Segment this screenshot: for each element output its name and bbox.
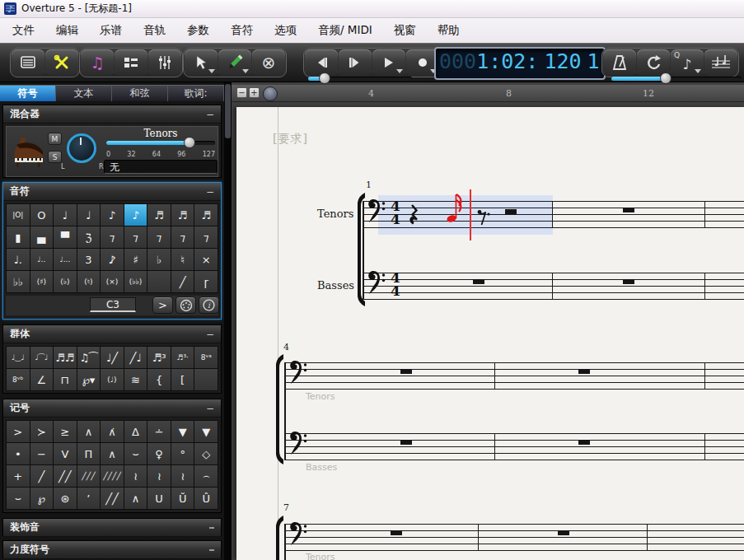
panel-scrollbar[interactable] (224, 82, 232, 560)
note-quarter[interactable]: ♩ (77, 204, 101, 226)
collapse-icon[interactable]: − (206, 403, 214, 414)
mixer-section-header[interactable]: 混合器 − (3, 105, 221, 124)
select-tool-button[interactable] (185, 49, 218, 76)
tab-lyrics[interactable]: 歌词: (168, 85, 224, 101)
dot-triple[interactable]: ♩... (54, 249, 77, 270)
note-one-twenty-eighth[interactable]: ♬ (194, 204, 218, 226)
tenuto-staccato[interactable]: ∸ (147, 421, 171, 442)
rest-whole[interactable]: ▄ (30, 226, 54, 248)
score-annotation[interactable]: [要求] (273, 132, 308, 147)
fermata-below[interactable]: ⌣ (7, 488, 30, 509)
notation-options-button[interactable] (704, 49, 737, 76)
tremolo-two[interactable]: ╱╱ (54, 465, 77, 487)
quantize-caret[interactable] (695, 69, 701, 73)
staff-basses[interactable] (284, 433, 744, 460)
tuplet-three[interactable]: 3 (77, 249, 101, 270)
ottava-alta[interactable]: 8ᵛᵃ (194, 347, 218, 368)
menu-item-1[interactable]: 编辑 (45, 20, 89, 41)
info-button[interactable]: i (199, 296, 219, 314)
dot-double[interactable]: ♩.. (30, 249, 54, 270)
menu-item-0[interactable]: 文件 (2, 20, 45, 41)
accent-staccato[interactable]: ≻ (30, 421, 54, 442)
tab-chords[interactable]: 和弦 (112, 85, 168, 101)
menu-item-3[interactable]: 音轨 (133, 20, 176, 41)
quantize-button[interactable]: Q ♪ (671, 49, 704, 76)
menu-item-8[interactable]: 视窗 (383, 20, 427, 41)
dot-single[interactable]: ♩. (7, 249, 30, 270)
ottava-bassa[interactable]: 8ᵛᵇ (7, 369, 30, 390)
notation-view-button[interactable]: ♫ (81, 49, 114, 76)
breath-mark[interactable]: ’ (77, 488, 101, 509)
fermata[interactable]: ⌢ (194, 465, 218, 487)
caesura[interactable]: ╱╱ (101, 488, 124, 509)
tab-symbols[interactable]: 符号 (0, 85, 56, 101)
rest-one-twenty-eighth[interactable]: ⁊ (194, 226, 218, 248)
paren-flat[interactable]: (♭) (54, 271, 77, 292)
accent-tenuto[interactable]: ≥ (54, 421, 77, 442)
volume-slider-thumb[interactable] (184, 137, 195, 148)
paren-natural[interactable]: (♮) (77, 271, 101, 292)
track-list-button[interactable] (12, 49, 44, 76)
note-half[interactable]: ♩ (54, 204, 77, 226)
tab-text[interactable]: 文本 (56, 85, 112, 101)
beam-sixteenths[interactable]: ♬♬ (54, 347, 77, 368)
entry-note-sixteenth[interactable] (446, 190, 464, 223)
menu-item-5[interactable]: 音符 (220, 20, 264, 41)
arpeggio-down[interactable]: ≀ (171, 465, 194, 487)
note-sixty-fourth[interactable]: ♬ (171, 204, 194, 226)
rest-sixty-fourth[interactable]: ⁊ (171, 226, 194, 248)
triplet[interactable]: ♬³ (147, 347, 171, 368)
slur[interactable]: ♩⁀♩ (30, 347, 54, 368)
dynamics-section-header[interactable]: 力度符号 (3, 541, 221, 559)
staff-label-basses[interactable]: Basses (317, 279, 354, 292)
setup-tools-button[interactable] (45, 49, 78, 76)
menu-item-2[interactable]: 乐谱 (89, 20, 133, 41)
panel-scrollbar-thumb[interactable] (225, 84, 231, 138)
wedge-accent[interactable]: ▼ (171, 421, 194, 442)
note-whole[interactable]: O (30, 204, 54, 226)
up-bow[interactable]: V (54, 443, 77, 464)
play-options-caret[interactable] (396, 69, 403, 73)
diamond[interactable]: ◇ (194, 443, 218, 464)
marks-section-header[interactable]: 记号 − (3, 399, 221, 418)
fermata-u-up[interactable]: Ŭ (171, 488, 194, 509)
tremolo-three[interactable]: ╱╱╱ (77, 465, 101, 487)
menu-item-6[interactable]: 选项 (264, 20, 307, 41)
line-descending[interactable]: ╱♩ (124, 347, 147, 368)
tremolo-beats[interactable]: ≋ (124, 369, 147, 390)
expand-icon[interactable] (209, 527, 214, 529)
tempo-slider-thumb[interactable] (660, 72, 671, 84)
rest-quarter[interactable]: ℨ (77, 226, 101, 248)
ornaments-section-header[interactable]: 装饰音 (3, 519, 221, 537)
pedal[interactable]: ℘ (30, 488, 54, 509)
step-forward-button[interactable] (339, 49, 372, 76)
grace-note[interactable]: ♪̷ (101, 249, 124, 270)
delete-tool-button[interactable]: ⊗ (252, 49, 285, 76)
tempo-slider[interactable] (611, 77, 742, 81)
grace-slash[interactable]: ɼ (194, 271, 218, 292)
bracket[interactable]: [ (171, 369, 194, 390)
staff-tenors[interactable] (284, 362, 744, 390)
beam-slur[interactable]: ♫⁀ (77, 347, 101, 368)
rest-half[interactable]: ▀ (54, 226, 77, 248)
arpeggio[interactable]: ≀ (124, 465, 147, 487)
collapse-icon[interactable]: − (206, 186, 214, 198)
pencil-tool-button[interactable] (218, 49, 251, 76)
double-flat[interactable]: ♭♭ (7, 271, 30, 292)
metronome-button[interactable] (603, 49, 636, 76)
staff-tenors[interactable] (284, 524, 744, 551)
select-tool-caret[interactable] (208, 69, 215, 73)
accent[interactable]: > (7, 421, 30, 442)
wedge-accent-heavy[interactable]: ▼ (194, 421, 218, 442)
open[interactable]: ° (171, 443, 194, 464)
paren-double-flat[interactable]: (♭♭) (124, 271, 147, 292)
blank[interactable] (194, 369, 218, 390)
score-page[interactable]: [要求] 1 Tenors 4 4 (236, 107, 744, 560)
pencil-tool-caret[interactable] (242, 69, 249, 73)
accent-toggle-button[interactable]: > (152, 296, 173, 314)
paren-sharp[interactable]: (♯) (30, 271, 54, 292)
line-bracket-up[interactable]: ∠ (30, 369, 54, 390)
marcato-tenuto[interactable]: Δ (124, 421, 147, 442)
zoom-out-button[interactable]: − (236, 87, 247, 98)
staff-basses[interactable] (363, 273, 744, 300)
